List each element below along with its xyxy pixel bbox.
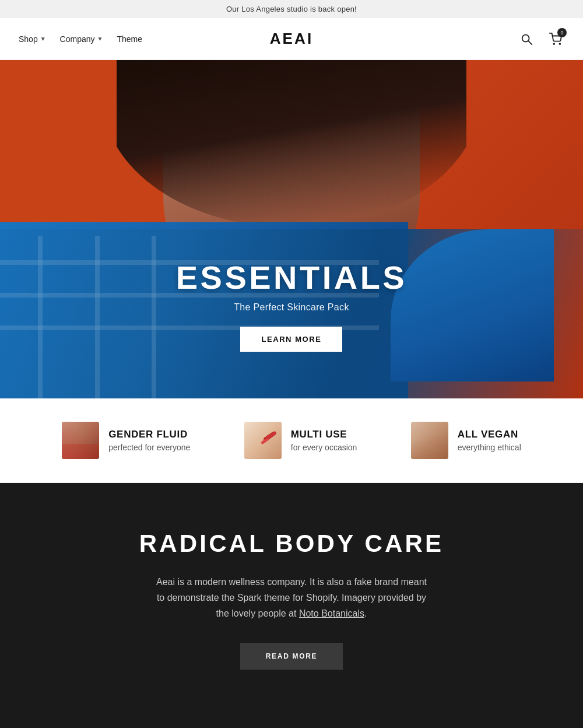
svg-line-1 — [528, 41, 532, 44]
feature-thumb-1 — [62, 422, 99, 459]
svg-point-2 — [553, 43, 554, 44]
announcement-text: Our Los Angeles studio is back open! — [226, 5, 357, 13]
hero-section: ESSENTIALS The Perfect Skincare Pack LEA… — [0, 60, 583, 398]
search-button[interactable] — [518, 30, 535, 48]
announcement-bar: Our Los Angeles studio is back open! — [0, 0, 583, 18]
hero-content: ESSENTIALS The Perfect Skincare Pack LEA… — [176, 258, 407, 352]
feature-item-all-vegan: ALL VEGAN everything ethical — [411, 422, 521, 459]
feature-item-gender-fluid: GENDER FLUID perfected for everyone — [62, 422, 190, 459]
search-icon — [520, 33, 533, 46]
header-nav-left: Shop ▼ Company ▼ Theme — [19, 34, 142, 44]
cart-button[interactable]: 0 — [547, 30, 564, 48]
feature-item-multi-use: MULTI USE for every occasion — [244, 422, 357, 459]
hero-title: ESSENTIALS — [176, 258, 407, 296]
feature-text-3: ALL VEGAN everything ethical — [458, 429, 521, 452]
feature-text-2: MULTI USE for every occasion — [291, 429, 357, 452]
hero-subtitle: The Perfect Skincare Pack — [176, 302, 407, 313]
feature-thumb-3 — [411, 422, 448, 459]
dark-section: RADICAL BODY CARE Aeai is a modern welln… — [0, 483, 583, 728]
feature-thumb-2 — [244, 422, 282, 459]
cart-count: 0 — [557, 28, 567, 37]
dark-section-cta-button[interactable]: READ MORE — [240, 643, 343, 670]
site-logo[interactable]: AEAI — [270, 30, 314, 48]
noto-botanicals-link[interactable]: Noto Botanicals — [299, 608, 364, 618]
nav-shop[interactable]: Shop ▼ — [19, 34, 46, 44]
nav-company[interactable]: Company ▼ — [60, 34, 103, 44]
dark-section-body: Aeai is a modern wellness company. It is… — [152, 574, 431, 622]
svg-point-3 — [559, 43, 560, 44]
features-strip: GENDER FLUID perfected for everyone MULT… — [0, 398, 583, 483]
chevron-down-icon: ▼ — [97, 36, 103, 42]
nav-theme[interactable]: Theme — [117, 34, 142, 44]
header: Shop ▼ Company ▼ Theme AEAI 0 — [0, 18, 583, 60]
hero-cta-button[interactable]: LEARN MORE — [240, 327, 342, 352]
feature-text-1: GENDER FLUID perfected for everyone — [108, 429, 190, 452]
header-actions: 0 — [518, 30, 564, 48]
dark-section-title: RADICAL BODY CARE — [23, 530, 560, 558]
chevron-down-icon: ▼ — [40, 36, 46, 42]
